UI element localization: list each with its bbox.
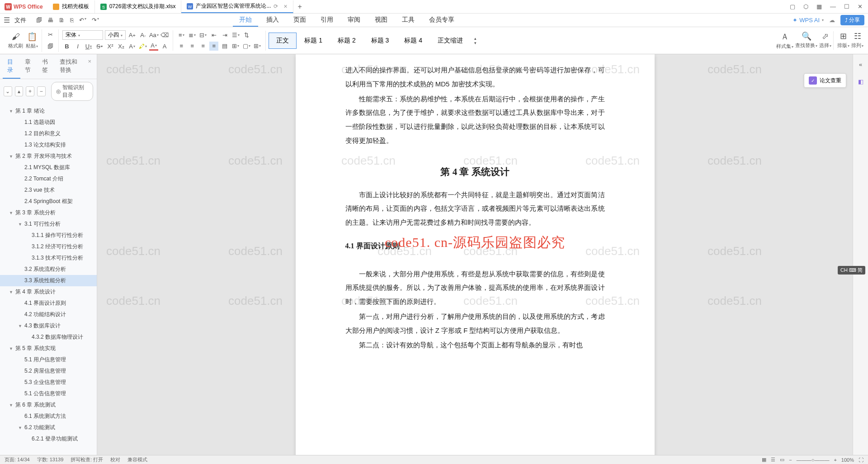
status-page[interactable]: 页面: 14/34: [5, 456, 30, 463]
strike-button[interactable]: S▾: [95, 42, 104, 51]
multilevel-list-icon[interactable]: ⊟▾: [198, 31, 208, 40]
font-size-select[interactable]: 小四 ▾: [105, 30, 126, 40]
undo-icon[interactable]: ↶▾: [79, 17, 86, 24]
sidebar-close-button[interactable]: ×: [85, 54, 94, 79]
toc-item[interactable]: 5.2 房屋信息管理: [0, 365, 97, 377]
tab-template[interactable]: 找稻壳模板: [47, 0, 95, 13]
ime-badge[interactable]: CH ⌨ 简: [838, 266, 865, 275]
distribute-icon[interactable]: ▤: [220, 42, 229, 51]
cut-icon[interactable]: ✂: [46, 30, 55, 39]
redo-icon[interactable]: ↷▾: [92, 17, 99, 24]
paragraph[interactable]: 一般来说，大部分用户使用系统，有些是想从系统中获取需要的信息，有些则是使用系统提…: [345, 267, 605, 309]
toc-up-button[interactable]: ▴: [15, 86, 24, 96]
align-justify-icon[interactable]: ≡: [209, 42, 218, 51]
underline-button[interactable]: U▾: [84, 42, 93, 51]
format-brush-button[interactable]: 🖌格式刷: [8, 32, 23, 49]
arrange-button[interactable]: ⊞排版▾: [833, 31, 849, 50]
number-list-icon[interactable]: ≣▾: [188, 31, 197, 40]
para-spacing-icon[interactable]: ⊞▾: [231, 42, 240, 51]
print-icon[interactable]: 🖶: [47, 17, 53, 24]
paste-button[interactable]: 📋粘贴▾: [26, 32, 38, 49]
font-color-button[interactable]: A▾: [149, 42, 158, 51]
sidebar-tab-chapter[interactable]: 章节: [20, 54, 38, 79]
superscript-button[interactable]: X²: [106, 42, 115, 51]
menu-tab-ref[interactable]: 引用: [314, 14, 340, 27]
rp-collapse-icon[interactable]: «: [855, 59, 866, 70]
menu-tab-view[interactable]: 视图: [368, 14, 394, 27]
view-outline-icon[interactable]: ☰: [771, 457, 775, 463]
file-menu[interactable]: 文件: [14, 16, 26, 24]
tab-add-button[interactable]: +: [293, 3, 307, 11]
tab-sheet[interactable]: S 0726需求文档以及排期.xlsx: [95, 0, 182, 13]
zoom-in-button[interactable]: +: [834, 457, 836, 463]
toc-item[interactable]: ▼6.2 功能测试: [0, 422, 97, 433]
toc-item[interactable]: 3.1.1 操作可行性分析: [0, 230, 97, 241]
toc-item[interactable]: 5.3 企业信息管理: [0, 377, 97, 388]
menu-tab-page[interactable]: 页面: [287, 14, 312, 27]
menu-tab-insert[interactable]: 插入: [260, 14, 285, 27]
sidebar-tab-bookmark[interactable]: 书签: [38, 54, 55, 79]
toc-item[interactable]: 6.1 系统测试方法: [0, 411, 97, 422]
paragraph[interactable]: 第二点：设计有效的导航，这个包括每个页面上都有导航条的显示，有时也: [345, 338, 605, 352]
toc-item[interactable]: ▼第 1 章 绪论: [0, 105, 97, 117]
view-page-icon[interactable]: ▦: [762, 457, 766, 463]
toc-item[interactable]: 3.1.2 经济可行性分析: [0, 241, 97, 252]
zoom-out-button[interactable]: −: [789, 457, 792, 463]
toc-item[interactable]: 6.2.1 登录功能测试: [0, 433, 97, 445]
style-h4[interactable]: 标题 4: [396, 33, 430, 49]
document-page[interactable]: 进入不同的操作界面。还可以对用户基础信息包括登录的账号密码等进行加密保存，可以利…: [296, 54, 655, 455]
sidebar-tab-find[interactable]: 查找和替换: [55, 54, 85, 79]
plagiarism-check-widget[interactable]: ✓ 论文查重: [804, 73, 846, 88]
toc-item[interactable]: 2.4 SpringBoot 框架: [0, 196, 97, 207]
toc-remove-button[interactable]: −: [37, 86, 46, 96]
select-button[interactable]: ⬀选择▾: [819, 31, 831, 50]
style-h1[interactable]: 标题 1: [297, 33, 330, 49]
toc-item[interactable]: ▼第 5 章 系统实现: [0, 343, 97, 354]
sort-button[interactable]: ☷排列▾: [851, 31, 863, 50]
status-proof[interactable]: 校对: [110, 456, 120, 463]
toc-item[interactable]: ▼第 4 章 系统设计: [0, 286, 97, 298]
indent-icon[interactable]: ⇥: [220, 31, 229, 40]
toc-item[interactable]: ▼4.3 数据库设计: [0, 320, 97, 331]
shrink-font-icon[interactable]: A-: [138, 31, 147, 40]
view-read-icon[interactable]: ▭: [780, 457, 784, 463]
win-app-icon[interactable]: ▢: [790, 3, 795, 10]
shading-icon[interactable]: ▢▾: [242, 42, 251, 51]
status-words[interactable]: 字数: 13139: [37, 456, 64, 463]
font-name-select[interactable]: 宋体 ▾: [62, 30, 103, 40]
toc-item[interactable]: ▼第 6 章 系统测试: [0, 399, 97, 411]
win-maximize-button[interactable]: ☐: [844, 3, 849, 10]
toc-add-button[interactable]: +: [26, 86, 34, 96]
share-button[interactable]: ⤴分享: [840, 15, 864, 25]
bullet-list-icon[interactable]: ≡▾: [177, 31, 186, 40]
zoom-slider[interactable]: ———○———: [797, 457, 830, 463]
toc-item[interactable]: ▼3.1 可行性分析: [0, 218, 97, 230]
bold-button[interactable]: B: [62, 42, 71, 51]
menu-tab-tools[interactable]: 工具: [396, 14, 421, 27]
menu-tab-vip[interactable]: 会员专享: [423, 14, 461, 27]
highlight-button[interactable]: 🖍▾: [138, 42, 147, 51]
style-h2[interactable]: 标题 2: [330, 33, 363, 49]
style-h3[interactable]: 标题 3: [363, 33, 397, 49]
status-spell[interactable]: 拼写检查: 打开: [71, 456, 103, 463]
win-minimize-button[interactable]: —: [830, 3, 836, 10]
toc-item[interactable]: 2.3 vue 技术: [0, 185, 97, 196]
win-cube-icon[interactable]: ⬡: [803, 3, 808, 10]
status-mode[interactable]: 兼容模式: [127, 456, 147, 463]
style-indent[interactable]: 正文缩进: [430, 33, 471, 49]
toc-item[interactable]: 4.1 界面设计原则: [0, 298, 97, 309]
win-avatar-icon[interactable]: ▦: [816, 3, 822, 10]
paragraph[interactable]: 市面上设计比较好的系统都有一个共同特征，就是主题鲜明突出。通过对页面简洁清晰的布…: [345, 188, 605, 230]
border-icon[interactable]: ⊞▾: [253, 42, 262, 51]
toc-item[interactable]: 1.3 论文结构安排: [0, 139, 97, 151]
page-area[interactable]: code51.cn code51.cn code51.cn code51.cn …: [97, 54, 853, 455]
hamburger-icon[interactable]: ☰: [4, 16, 10, 24]
char-shading-button[interactable]: A: [160, 42, 169, 51]
tab-doc-active[interactable]: W 产业园区智慧公寓管理系统论... ⟳ ×: [181, 0, 293, 13]
toc-item[interactable]: 1.2 目的和意义: [0, 128, 97, 139]
rp-ai-icon[interactable]: ◧: [855, 76, 866, 87]
text-effect-button[interactable]: A▾: [127, 42, 137, 51]
sort-icon[interactable]: ⇅: [242, 31, 251, 40]
style-more-icon[interactable]: ▴▾: [471, 36, 480, 45]
toc-item[interactable]: 4.2 功能结构设计: [0, 309, 97, 320]
